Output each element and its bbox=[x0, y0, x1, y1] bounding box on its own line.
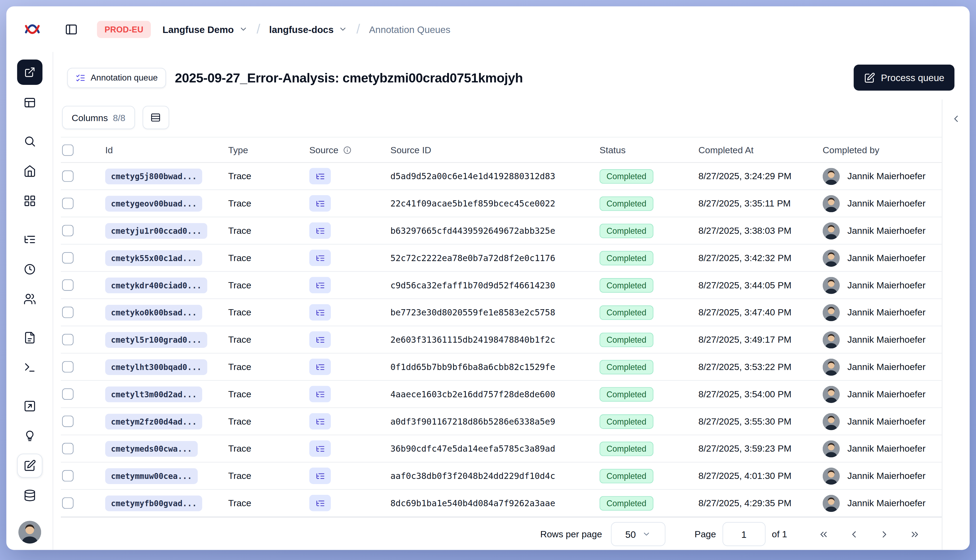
column-header-source-id: Source ID bbox=[385, 145, 594, 155]
table-row[interactable]: cmetylht300bqad0... Trace 0f1dd65b7bb9bf… bbox=[61, 353, 942, 381]
rows-per-page-select[interactable]: 50 bbox=[611, 522, 666, 546]
row-checkbox[interactable] bbox=[62, 361, 73, 372]
sidebar-item-dashboards[interactable] bbox=[17, 189, 42, 213]
go-to-project-button[interactable] bbox=[17, 60, 42, 85]
sidebar-item-scores[interactable] bbox=[17, 326, 42, 350]
table-row[interactable]: cmetyk55x00c1ad... Trace 52c72c2222ea78e… bbox=[61, 245, 942, 272]
column-header-source: Source bbox=[304, 145, 385, 155]
first-page-button[interactable] bbox=[812, 523, 834, 545]
row-completed-by: Jannik Maierhoefer bbox=[847, 226, 926, 236]
page-number-input[interactable] bbox=[722, 522, 766, 546]
row-id-link[interactable]: cmetyg5j800bwad... bbox=[105, 168, 202, 184]
chevron-left-icon bbox=[848, 528, 859, 540]
sidebar-item-insights[interactable] bbox=[17, 424, 42, 448]
status-badge: Completed bbox=[600, 496, 654, 510]
trace-source-button[interactable] bbox=[309, 277, 331, 293]
process-queue-button[interactable]: Process queue bbox=[854, 65, 954, 90]
trace-source-button[interactable] bbox=[309, 358, 331, 375]
select-all-checkbox[interactable] bbox=[62, 144, 73, 155]
row-checkbox[interactable] bbox=[62, 470, 73, 482]
columns-label: Columns bbox=[72, 112, 108, 123]
info-icon[interactable] bbox=[343, 145, 352, 154]
sidebar-item-tracing[interactable] bbox=[17, 228, 42, 252]
trace-source-button[interactable] bbox=[309, 495, 331, 512]
row-checkbox[interactable] bbox=[62, 225, 73, 236]
sidebar-item-prompts[interactable] bbox=[17, 355, 42, 380]
trace-source-button[interactable] bbox=[309, 332, 331, 348]
row-checkbox[interactable] bbox=[62, 388, 73, 400]
sidebar-item-search[interactable] bbox=[17, 129, 42, 153]
row-id-link[interactable]: cmetygeov00buad... bbox=[105, 195, 202, 212]
table-row[interactable]: cmetyg5j800bwad... Trace d5ad9d52a00c6e1… bbox=[61, 163, 942, 190]
table-row[interactable]: cmetymeds00cwa... Trace 36b90cdfc47e5da1… bbox=[61, 435, 942, 462]
row-id-link[interactable]: cmetylt3m00d2ad... bbox=[105, 386, 202, 402]
table-row[interactable]: cmetylt3m00d2ad... Trace 4aaece1603cb2e1… bbox=[61, 381, 942, 408]
status-badge: Completed bbox=[600, 387, 654, 402]
queue-type-badge: Annotation queue bbox=[67, 68, 166, 88]
table-row[interactable]: cmetykdr400ciad0... Trace c9d56ca32efaff… bbox=[61, 272, 942, 299]
table-row[interactable]: cmetym2fz00d4ad... Trace a0df3f901167218… bbox=[61, 408, 942, 435]
columns-button[interactable]: Columns 8/8 bbox=[62, 106, 135, 129]
collapse-panel-button[interactable] bbox=[947, 110, 965, 128]
users-icon bbox=[23, 293, 36, 305]
trace-source-button[interactable] bbox=[309, 195, 331, 212]
row-checkbox[interactable] bbox=[62, 280, 73, 291]
trace-source-button[interactable] bbox=[309, 250, 331, 266]
row-type: Trace bbox=[223, 253, 304, 263]
sidebar-item-datasets[interactable] bbox=[17, 483, 42, 508]
sidebar-toggle-button[interactable] bbox=[62, 20, 80, 38]
row-id-link[interactable]: cmetykdr400ciad0... bbox=[105, 277, 207, 293]
trace-source-button[interactable] bbox=[309, 386, 331, 402]
row-id-link[interactable]: cmetylht300bqad0... bbox=[105, 359, 207, 375]
row-type: Trace bbox=[223, 198, 304, 208]
avatar-photo bbox=[823, 249, 840, 266]
next-page-button[interactable] bbox=[873, 523, 895, 545]
chevron-right-icon bbox=[879, 528, 889, 540]
row-checkbox[interactable] bbox=[62, 416, 73, 427]
trace-source-button[interactable] bbox=[309, 168, 331, 184]
row-checkbox[interactable] bbox=[62, 334, 73, 345]
trace-source-button[interactable] bbox=[309, 222, 331, 239]
table-row[interactable]: cmetymyfb00gvad... Trace 8dc69b1ba1e540b… bbox=[61, 490, 942, 517]
row-checkbox[interactable] bbox=[62, 307, 73, 318]
trace-source-button[interactable] bbox=[309, 440, 331, 457]
row-id-link[interactable]: cmetyl5r100grad0... bbox=[105, 332, 207, 348]
trace-source-button[interactable] bbox=[309, 468, 331, 484]
trace-source-button[interactable] bbox=[309, 413, 331, 430]
table-row[interactable]: cmetyl5r100grad0... Trace 2e603f31361115… bbox=[61, 326, 942, 353]
row-checkbox[interactable] bbox=[62, 252, 73, 263]
sidebar-item-home[interactable] bbox=[17, 159, 42, 183]
table-row[interactable]: cmetyju1r00ccad0... Trace b63297665cfd44… bbox=[61, 217, 942, 245]
org-switcher[interactable]: Langfuse Demo bbox=[162, 24, 248, 35]
row-id-link[interactable]: cmetymmuw00cea... bbox=[105, 468, 198, 484]
queue-type-label: Annotation queue bbox=[90, 73, 158, 82]
last-page-button[interactable] bbox=[904, 523, 926, 545]
table-row[interactable]: cmetymmuw00cea... Trace aaf0c38db0f3f204… bbox=[61, 462, 942, 490]
previous-page-button[interactable] bbox=[843, 523, 864, 545]
row-completed-at: 8/27/2025, 3:24:29 PM bbox=[694, 171, 818, 182]
row-source-id: 36b90cdfc47e5da14eefa5785c3a89ad bbox=[385, 443, 594, 454]
row-id-link[interactable]: cmetymyfb00gvad... bbox=[105, 495, 202, 511]
user-avatar[interactable] bbox=[18, 521, 41, 543]
row-id-link[interactable]: cmetym2fz00d4ad... bbox=[105, 413, 202, 430]
trace-source-button[interactable] bbox=[309, 304, 331, 320]
row-checkbox[interactable] bbox=[62, 170, 73, 182]
project-switcher[interactable]: langfuse-docs bbox=[269, 24, 348, 35]
row-checkbox[interactable] bbox=[62, 497, 73, 508]
sidebar-item-playground[interactable] bbox=[17, 394, 42, 418]
sidebar-item-annotation[interactable] bbox=[17, 453, 42, 478]
row-id-link[interactable]: cmetyju1r00ccad0... bbox=[105, 223, 207, 238]
sidebar-item-users[interactable] bbox=[17, 287, 42, 311]
sidebar-item-sessions[interactable] bbox=[17, 257, 42, 282]
row-checkbox[interactable] bbox=[62, 443, 73, 454]
row-id-link[interactable]: cmetymeds00cwa... bbox=[105, 440, 198, 457]
table-row[interactable]: cmetyko0k00bsad... Trace be7723e30d80205… bbox=[61, 299, 942, 326]
sidebar-item-table-view[interactable] bbox=[17, 90, 42, 115]
status-badge: Completed bbox=[600, 169, 654, 183]
row-id-link[interactable]: cmetyko0k00bsad... bbox=[105, 304, 202, 320]
row-completed-by: Jannik Maierhoefer bbox=[847, 389, 926, 399]
row-checkbox[interactable] bbox=[62, 198, 73, 209]
row-height-button[interactable] bbox=[142, 106, 169, 129]
row-id-link[interactable]: cmetyk55x00c1ad... bbox=[105, 250, 202, 266]
table-row[interactable]: cmetygeov00buad... Trace 22c41f09acae5b1… bbox=[61, 190, 942, 217]
